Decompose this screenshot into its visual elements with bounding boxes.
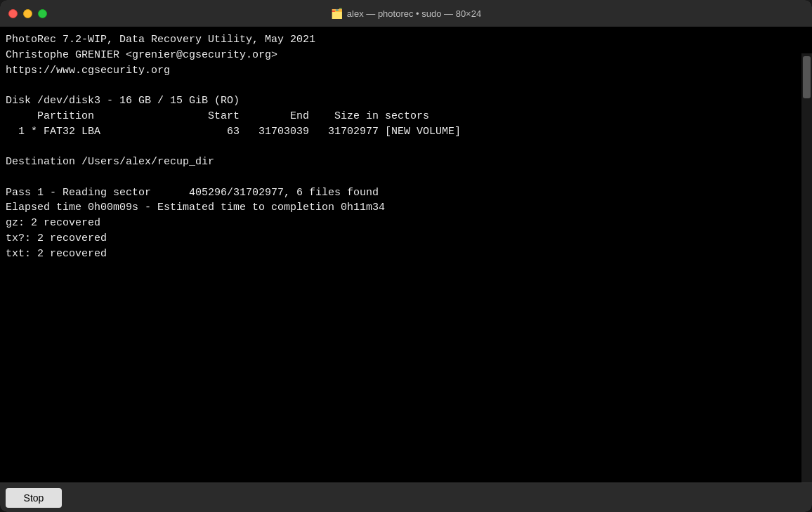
- terminal-line: [6, 78, 796, 93]
- terminal-body[interactable]: PhotoRec 7.2-WIP, Data Recovery Utility,…: [0, 27, 812, 483]
- scrollbar[interactable]: [801, 53, 812, 483]
- terminal-line: txt: 2 recovered: [6, 247, 796, 262]
- scrollbar-thumb[interactable]: [803, 56, 811, 98]
- title-bar: 🗂️ alex — photorec • sudo — 80×24: [0, 0, 812, 27]
- terminal-line: Christophe GRENIER <grenier@cgsecurity.o…: [6, 48, 796, 63]
- close-button[interactable]: [8, 9, 18, 18]
- terminal-line: 1 * FAT32 LBA 63 31703039 31702977 [NEW …: [6, 124, 796, 140]
- maximize-button[interactable]: [38, 9, 47, 18]
- bottom-bar: Stop: [0, 483, 812, 512]
- window-title-text: alex — photorec • sudo — 80×24: [347, 8, 481, 19]
- terminal-line: Destination /Users/alex/recup_dir: [6, 155, 796, 170]
- terminal-output: PhotoRec 7.2-WIP, Data Recovery Utility,…: [6, 32, 796, 261]
- terminal-line: tx?: 2 recovered: [6, 231, 796, 247]
- terminal-line: https://www.cgsecurity.org: [6, 63, 796, 79]
- window-title: 🗂️ alex — photorec • sudo — 80×24: [331, 8, 481, 19]
- terminal-line: Elapsed time 0h00m09s - Estimated time t…: [6, 200, 796, 216]
- terminal-line: [6, 139, 796, 155]
- terminal-line: gz: 2 recovered: [6, 216, 796, 231]
- terminal-line: Disk /dev/disk3 - 16 GB / 15 GiB (RO): [6, 93, 796, 109]
- terminal-line: [6, 170, 796, 185]
- terminal-line: Partition Start End Size in sectors: [6, 109, 796, 124]
- terminal-line: Pass 1 - Reading sector 405296/31702977,…: [6, 185, 796, 201]
- window-icon: 🗂️: [331, 8, 343, 19]
- minimize-button[interactable]: [23, 9, 32, 18]
- traffic-lights: [8, 9, 47, 18]
- terminal-window: 🗂️ alex — photorec • sudo — 80×24 PhotoR…: [0, 0, 812, 512]
- stop-button[interactable]: Stop: [6, 488, 62, 508]
- terminal-line: PhotoRec 7.2-WIP, Data Recovery Utility,…: [6, 32, 796, 48]
